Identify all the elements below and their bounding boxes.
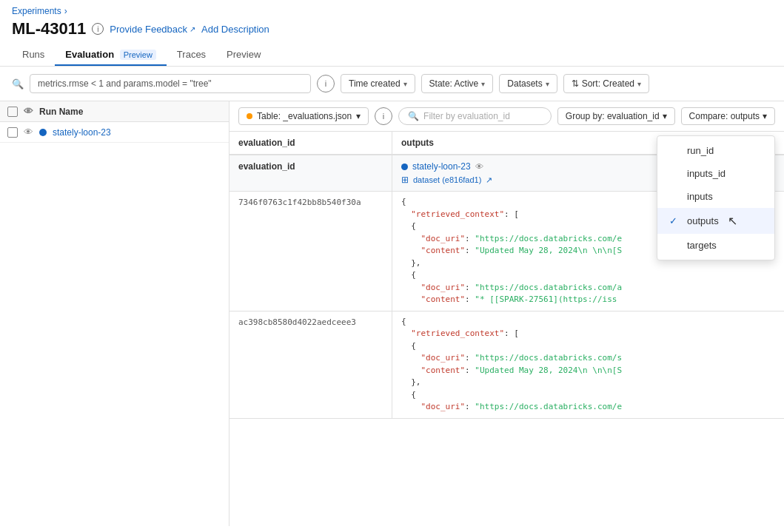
sort-button[interactable]: ⇅ Sort: Created ▾ xyxy=(563,74,649,93)
info-icon[interactable]: i xyxy=(92,23,104,35)
datasets-chevron: ▾ xyxy=(546,80,549,88)
group-by-label: Group by: evaluation_id xyxy=(566,111,660,121)
dropdown-label-inputs: inputs xyxy=(687,191,713,202)
dropdown-item-run-id[interactable]: run_id xyxy=(657,139,774,162)
search-input[interactable] xyxy=(38,78,303,89)
run-blue-dot xyxy=(401,164,408,170)
dropdown-label-outputs: outputs xyxy=(687,215,719,226)
datasets-label: Datasets xyxy=(507,78,542,89)
col-header-eval-id: evaluation_id xyxy=(229,132,392,154)
sub-col-eval-id: evaluation_id xyxy=(229,155,392,191)
run-name-column-header: Run Name xyxy=(39,107,83,117)
compare-chevron: ▾ xyxy=(763,111,767,121)
sort-icon: ⇅ xyxy=(572,78,579,89)
sub-dataset-label: dataset (e816fad1) xyxy=(413,175,481,184)
table-selector[interactable]: Table: _evaluations.json ▾ xyxy=(238,107,369,125)
left-panel: 👁 Run Name 👁 stately-loon-23 xyxy=(0,101,229,526)
state-chevron: ▾ xyxy=(481,80,485,88)
run-dot xyxy=(39,129,47,136)
eval-filter-input[interactable]: 🔍 Filter by evaluation_id xyxy=(398,107,552,125)
time-created-label: Time created xyxy=(349,78,401,89)
dropdown-label-inputs-id: inputs_id xyxy=(687,168,726,179)
select-all-checkbox[interactable] xyxy=(7,107,18,117)
add-description-button[interactable]: Add Description xyxy=(201,24,269,35)
time-created-filter[interactable]: Time created ▾ xyxy=(341,74,415,93)
filter-search-icon: 🔍 xyxy=(408,111,419,121)
right-panel: Table: _evaluations.json ▾ i 🔍 Filter by… xyxy=(229,101,784,526)
search-box[interactable] xyxy=(30,74,311,93)
table-icon: ⊞ xyxy=(401,175,409,185)
search-icon: 🔍 xyxy=(12,78,24,90)
run-name-link[interactable]: stately-loon-23 xyxy=(53,127,111,138)
tab-evaluation-preview-badge: Preview xyxy=(120,50,156,60)
breadcrumb-experiments[interactable]: Experiments xyxy=(12,6,61,16)
compare-button[interactable]: Compare: outputs ▾ xyxy=(681,107,775,125)
tab-evaluation[interactable]: Evaluation Preview xyxy=(55,44,167,66)
state-label: State: Active xyxy=(429,78,479,89)
compare-button-wrapper: Compare: outputs ▾ run_id inputs_id xyxy=(681,107,775,125)
external-link-icon: ↗ xyxy=(190,25,195,33)
datasets-filter[interactable]: Datasets ▾ xyxy=(499,74,557,93)
time-created-chevron: ▾ xyxy=(403,80,407,88)
sub-eye-icon[interactable]: 👁 xyxy=(475,162,483,171)
visibility-toggle-all[interactable]: 👁 xyxy=(24,106,33,117)
compare-label: Compare: outputs xyxy=(689,111,760,121)
dropdown-item-targets[interactable]: targets xyxy=(657,234,774,257)
info-button[interactable]: i xyxy=(317,75,335,92)
table-selector-chevron: ▾ xyxy=(356,111,361,121)
dropdown-label-run-id: run_id xyxy=(687,145,714,156)
eval-toolbar: Table: _evaluations.json ▾ i 🔍 Filter by… xyxy=(229,101,784,132)
table-dot xyxy=(247,113,252,119)
tab-evaluation-label: Evaluation xyxy=(65,49,114,60)
group-by-button[interactable]: Group by: evaluation_id ▾ xyxy=(557,107,675,125)
run-table-header: 👁 Run Name xyxy=(0,101,229,122)
eval-filter-placeholder: Filter by evaluation_id xyxy=(423,111,510,121)
run-checkbox[interactable] xyxy=(7,127,18,138)
run-visibility-toggle[interactable]: 👁 xyxy=(24,127,33,138)
tab-runs[interactable]: Runs xyxy=(12,44,55,66)
sub-run-name-label: stately-loon-23 xyxy=(412,161,471,172)
sort-chevron: ▾ xyxy=(637,80,641,88)
dataset-link-icon: ↗ xyxy=(486,175,492,185)
dropdown-label-targets: targets xyxy=(687,240,717,251)
table-row: ac398cb8580d4022aedceee3 { "retrieved_co… xyxy=(229,312,784,419)
compare-dropdown: run_id inputs_id inputs ✓ outputs ↖ xyxy=(657,135,775,260)
breadcrumb-sep: › xyxy=(64,6,67,16)
tab-preview[interactable]: Preview xyxy=(216,44,271,66)
dropdown-item-inputs-id[interactable]: inputs_id xyxy=(657,162,774,185)
dropdown-check-outputs: ✓ xyxy=(669,215,681,226)
feedback-link[interactable]: Provide Feedback ↗ xyxy=(110,24,195,35)
sort-label: Sort: Created xyxy=(582,78,634,89)
table-info-icon[interactable]: i xyxy=(375,107,392,125)
eval-id-cell-2: ac398cb8580d4022aedceee3 xyxy=(229,312,392,418)
eval-id-cell-1: 7346f0763c1f42bb8b540f30a xyxy=(229,192,392,311)
dropdown-item-outputs[interactable]: ✓ outputs ↖ xyxy=(657,208,774,234)
run-row: 👁 stately-loon-23 xyxy=(0,122,229,143)
page-title: ML-43011 xyxy=(12,19,86,38)
outputs-cell-2: { "retrieved_context": [ { "doc_uri": "h… xyxy=(392,312,784,418)
feedback-label: Provide Feedback xyxy=(110,24,187,35)
state-filter[interactable]: State: Active ▾ xyxy=(421,74,494,93)
group-by-chevron: ▾ xyxy=(663,111,667,121)
dropdown-item-inputs[interactable]: inputs xyxy=(657,185,774,208)
table-selector-label: Table: _evaluations.json xyxy=(257,111,352,121)
tab-traces[interactable]: Traces xyxy=(167,44,216,66)
cursor-pointer-icon: ↖ xyxy=(728,214,737,228)
